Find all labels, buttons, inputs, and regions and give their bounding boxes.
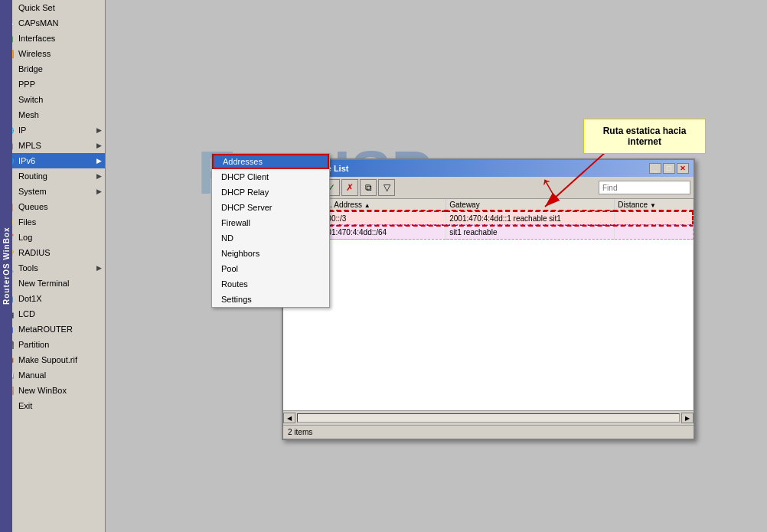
- scroll-left-button[interactable]: ◀: [283, 413, 295, 423]
- row1-distance: [615, 211, 693, 225]
- ipv6-arrow: ▶: [96, 157, 102, 165]
- sidebar-item-bridge[interactable]: ⊞ Bridge: [0, 61, 105, 77]
- scroll-track[interactable]: [297, 413, 680, 423]
- sidebar-item-ipv6[interactable]: 🌐 IPv6 ▶: [0, 153, 105, 168]
- mpls-arrow: ▶: [96, 142, 102, 149]
- winbox-label: RouterOS WinBox: [0, 0, 12, 532]
- row2-distance: [615, 225, 693, 239]
- ipv6-route-table: Dst. Address ▲ Gateway Distance ▼ AS ► 2…: [283, 199, 694, 410]
- table-row[interactable]: DAC ► 2001:470:4:4dd::/64 sit1 reachable: [284, 225, 693, 239]
- submenu-item-firewall[interactable]: Firewall: [212, 215, 329, 230]
- sidebar-item-system[interactable]: ⚙ System ▶: [0, 184, 105, 199]
- row2-gateway: sit1 reachable: [446, 225, 615, 239]
- tooltip: Ruta estatica hacia internet: [583, 119, 706, 154]
- submenu-item-dhcp-relay[interactable]: DHCP Relay: [212, 184, 329, 200]
- find-input[interactable]: [599, 181, 690, 194]
- close-button[interactable]: ✕: [677, 163, 689, 174]
- system-arrow: ▶: [96, 188, 102, 195]
- sidebar-item-routing[interactable]: ⇌ Routing ▶: [0, 168, 105, 184]
- sidebar-item-lcd[interactable]: 📺 LCD: [0, 306, 105, 321]
- col-dst: Dst. Address ▲: [315, 199, 446, 211]
- routing-arrow: ▶: [96, 172, 102, 180]
- sidebar-item-make-supout[interactable]: 📦 Make Supout.rif: [0, 352, 105, 367]
- horizontal-scrollbar: ◀ ▶: [283, 410, 694, 425]
- submenu-item-neighbors[interactable]: Neighbors: [212, 246, 329, 261]
- sidebar-item-ip[interactable]: 🌐 IP ▶: [0, 122, 105, 138]
- submenu-item-dhcp-server[interactable]: DHCP Server: [212, 200, 329, 215]
- sidebar-item-partition[interactable]: 💾 Partition: [0, 337, 105, 352]
- sidebar-item-mesh[interactable]: ⬡ Mesh: [0, 107, 105, 122]
- ipv6-submenu: Addresses DHCP Client DHCP Relay DHCP Se…: [211, 153, 330, 308]
- tools-arrow: ▶: [96, 264, 102, 272]
- scroll-right-button[interactable]: ▶: [681, 413, 694, 423]
- sidebar-item-new-winbox[interactable]: 🪟 New WinBox: [0, 383, 105, 398]
- sidebar-item-quick-set[interactable]: ⚡ Quick Set: [0, 0, 105, 15]
- submenu-item-addresses[interactable]: Addresses: [212, 154, 329, 169]
- sidebar-item-manual[interactable]: 📖 Manual: [0, 367, 105, 383]
- main-area: ForoISP Addresses DHCP Client DHCP Relay…: [106, 0, 767, 532]
- col-distance: Distance ▼: [615, 199, 693, 211]
- submenu-item-routes[interactable]: Routes: [212, 276, 329, 292]
- sidebar-item-wireless[interactable]: 📶 Wireless: [0, 46, 105, 61]
- sidebar-item-switch[interactable]: ⇄ Switch: [0, 92, 105, 107]
- col-gateway: Gateway: [446, 199, 615, 211]
- submenu-item-pool[interactable]: Pool: [212, 261, 329, 276]
- sidebar-item-queues[interactable]: 📋 Queues: [0, 199, 105, 214]
- submenu-item-nd[interactable]: ND: [212, 230, 329, 246]
- sidebar-item-interfaces[interactable]: ▦ Interfaces: [0, 31, 105, 46]
- maximize-button[interactable]: □: [663, 163, 675, 174]
- ipv6-titlebar: IPv6 Route List _ □ ✕: [283, 160, 694, 177]
- titlebar-buttons: _ □ ✕: [649, 163, 689, 174]
- sidebar-item-files[interactable]: 📁 Files: [0, 214, 105, 230]
- sidebar-item-tools[interactable]: 🔧 Tools ▶: [0, 260, 105, 276]
- copy-button[interactable]: ⧉: [360, 179, 377, 196]
- disable-button[interactable]: ✗: [341, 179, 358, 196]
- ipv6-toolbar: + − ✓ ✗ ⧉ ▽: [283, 177, 694, 199]
- sidebar-item-capsman[interactable]: 📡 CAPsMAN: [0, 15, 105, 31]
- sidebar: ⚡ Quick Set 📡 CAPsMAN ▦ Interfaces 📶 Wir…: [0, 0, 106, 532]
- row1-gateway: 2001:470:4:4dd::1 reachable sit1: [446, 211, 615, 225]
- sidebar-item-new-terminal[interactable]: ▐ New Terminal: [0, 276, 105, 291]
- sidebar-item-ppp[interactable]: ⬡ PPP: [0, 77, 105, 92]
- row1-dst: 2000::/3: [315, 211, 446, 225]
- filter-button[interactable]: ▽: [378, 179, 395, 196]
- ipv6-status-bar: 2 items: [283, 425, 694, 439]
- ipv6-route-window: IPv6 Route List _ □ ✕ + − ✓ ✗ ⧉ ▽: [282, 158, 695, 440]
- find-box: [599, 181, 690, 194]
- submenu-item-dhcp-client[interactable]: DHCP Client: [212, 169, 329, 184]
- sidebar-item-radius[interactable]: 🔐 RADIUS: [0, 245, 105, 260]
- sidebar-item-dot1x[interactable]: ▦ Dot1X: [0, 291, 105, 306]
- submenu-item-settings[interactable]: Settings: [212, 292, 329, 307]
- sidebar-item-mpls[interactable]: ▦ MPLS ▶: [0, 138, 105, 153]
- sidebar-item-metarouter[interactable]: ▦ MetaROUTER: [0, 321, 105, 337]
- sidebar-item-exit[interactable]: ✕ Exit: [0, 398, 105, 413]
- sidebar-item-log[interactable]: 📝 Log: [0, 230, 105, 245]
- ip-arrow: ▶: [96, 126, 102, 134]
- minimize-button[interactable]: _: [649, 163, 661, 174]
- row2-dst: 2001:470:4:4dd::/64: [315, 225, 446, 239]
- table-header-row: Dst. Address ▲ Gateway Distance ▼: [284, 199, 693, 211]
- table-row[interactable]: AS ► 2000::/3 2001:470:4:4dd::1 reachabl…: [284, 211, 693, 225]
